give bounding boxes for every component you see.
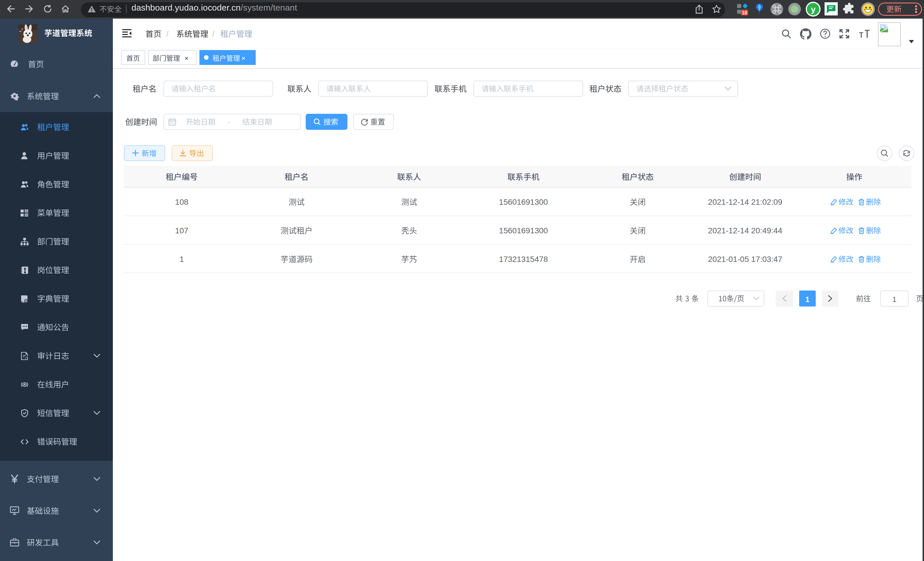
svg-text:10: 10 (742, 10, 747, 15)
svg-text:y: y (811, 5, 816, 14)
